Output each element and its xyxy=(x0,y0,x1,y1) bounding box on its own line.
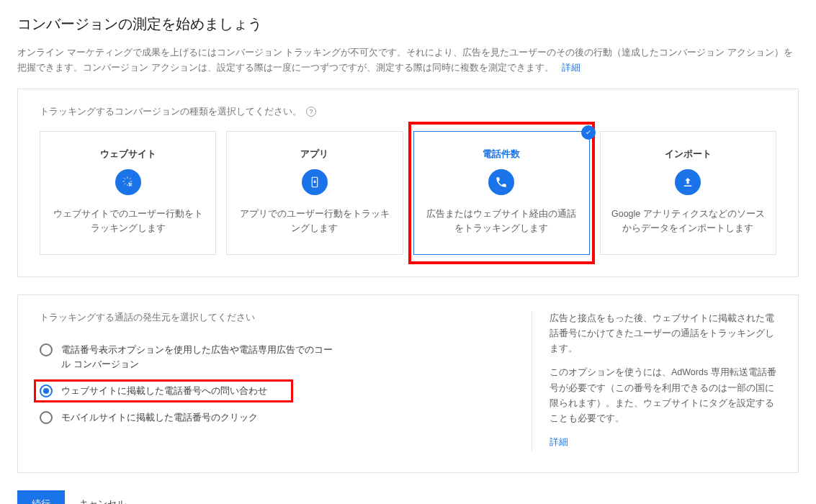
card-app[interactable]: アプリ アプリでのユーザー行動をトラッキングします xyxy=(226,131,403,255)
card-phone-calls[interactable]: 電話件数 広告またはウェブサイト経由の通話をトラッキングします xyxy=(413,131,590,255)
intro-text: オンライン マーケティングで成果を上げるにはコンバージョン トラッキングが不可欠… xyxy=(17,47,793,73)
card-title: ウェブサイト xyxy=(50,148,205,161)
aside-p2: このオプションを使うには、AdWords 専用転送電話番号が必要です（この番号を… xyxy=(550,365,776,426)
card-title: アプリ xyxy=(237,148,392,161)
intro-details-link[interactable]: 詳細 xyxy=(562,62,580,73)
check-badge-icon xyxy=(581,125,596,140)
call-source-panel: トラッキングする通話の発生元を選択してください 電話番号表示オプションを使用した… xyxy=(17,294,799,473)
radio-mobile-phone-click[interactable]: モバイルサイトに掲載した電話番号のクリック xyxy=(40,405,510,431)
intro-block: オンライン マーケティングで成果を上げるにはコンバージョン トラッキングが不可欠… xyxy=(17,45,799,76)
radio-icon xyxy=(40,384,53,397)
cursor-click-icon xyxy=(115,169,141,195)
card-desc: アプリでのユーザー行動をトラッキングします xyxy=(237,207,392,235)
call-source-label: トラッキングする通話の発生元を選択してください xyxy=(40,311,510,324)
card-title: インポート xyxy=(611,148,766,161)
card-desc: Google アナリティクスなどのソースからデータをインポートします xyxy=(611,207,766,235)
radio-label: ウェブサイトに掲載した電話番号への問い合わせ xyxy=(61,384,267,399)
radio-call-extension[interactable]: 電話番号表示オプションを使用した広告や電話専用広告でのコール コンバージョン xyxy=(40,337,510,379)
card-title: 電話件数 xyxy=(424,148,579,161)
continue-button[interactable]: 続行 xyxy=(17,490,65,504)
cancel-button[interactable]: キャンセル xyxy=(79,498,126,504)
aside-details-link[interactable]: 詳細 xyxy=(550,437,568,447)
radio-icon xyxy=(40,411,53,424)
call-source-radio-group: 電話番号表示オプションを使用した広告や電話専用広告でのコール コンバージョン ウ… xyxy=(40,337,510,431)
phone-call-icon xyxy=(488,169,514,195)
radio-label: 電話番号表示オプションを使用した広告や電話専用広告でのコール コンバージョン xyxy=(61,343,335,373)
radio-website-phone[interactable]: ウェブサイトに掲載した電話番号への問い合わせ xyxy=(40,378,510,405)
upload-icon xyxy=(675,169,701,195)
phone-download-icon xyxy=(302,169,328,195)
conversion-type-label: トラッキングするコンバージョンの種類を選択してください。 ? xyxy=(40,105,776,118)
radio-icon xyxy=(40,343,53,356)
card-import[interactable]: インポート Google アナリティクスなどのソースからデータをインポートします xyxy=(600,131,776,255)
help-icon[interactable]: ? xyxy=(306,107,316,117)
footer-actions: 続行 キャンセル xyxy=(17,490,799,504)
page-title: コンバージョンの測定を始めましょう xyxy=(17,14,799,34)
conversion-type-cards: ウェブサイト ウェブサイトでのユーザー行動をトラッキングします アプリ アプリで… xyxy=(40,131,776,255)
call-source-description: 広告と接点をもった後、ウェブサイトに掲載された電話番号にかけてきたユーザーの通話… xyxy=(532,311,776,451)
aside-p1: 広告と接点をもった後、ウェブサイトに掲載された電話番号にかけてきたユーザーの通話… xyxy=(550,311,776,357)
card-desc: 広告またはウェブサイト経由の通話をトラッキングします xyxy=(424,207,579,235)
card-website[interactable]: ウェブサイト ウェブサイトでのユーザー行動をトラッキングします xyxy=(40,131,216,255)
card-desc: ウェブサイトでのユーザー行動をトラッキングします xyxy=(50,207,205,235)
conversion-type-panel: トラッキングするコンバージョンの種類を選択してください。 ? ウェブサイト ウェ… xyxy=(17,89,799,277)
radio-label: モバイルサイトに掲載した電話番号のクリック xyxy=(61,410,258,426)
